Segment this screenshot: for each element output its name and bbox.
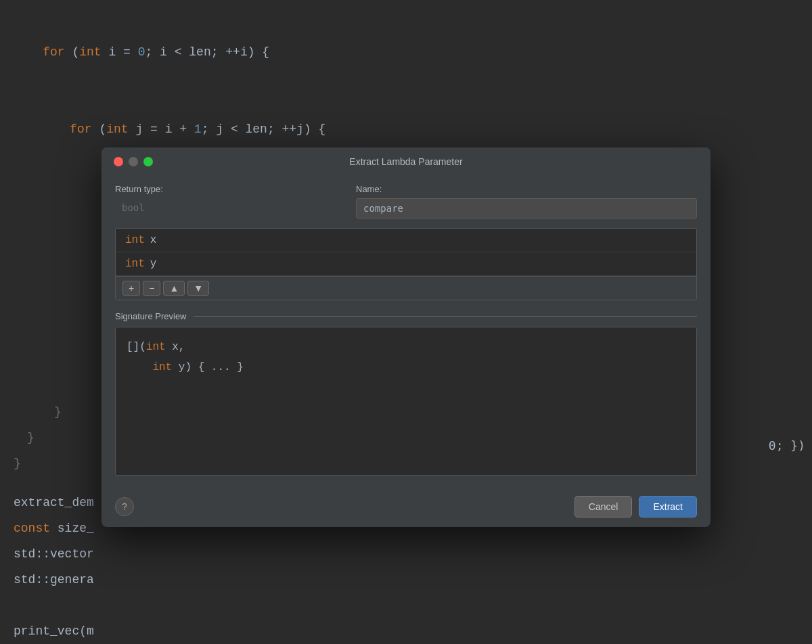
remove-param-button[interactable]: − — [143, 281, 160, 296]
return-type-placeholder: bool — [115, 198, 342, 217]
name-input[interactable] — [356, 198, 697, 218]
return-type-label: Return type: — [115, 184, 342, 194]
params-toolbar: + − ▲ ▼ — [116, 276, 696, 300]
close-button[interactable] — [114, 157, 123, 166]
maximize-button[interactable] — [143, 157, 153, 166]
minimize-button[interactable] — [129, 157, 138, 166]
signature-divider — [194, 316, 698, 317]
signature-header: Signature Preview — [115, 311, 697, 321]
parameters-table: int x int y + − ▲ ▼ — [115, 228, 697, 300]
name-label: Name: — [356, 184, 697, 194]
extract-button[interactable]: Extract — [639, 496, 697, 518]
param-x-name: x — [150, 234, 157, 246]
signature-label: Signature Preview — [115, 311, 187, 321]
param-row-x[interactable]: int x — [116, 229, 696, 252]
dialog-title: Extract Lambda Parameter — [349, 156, 462, 167]
sig-line-1: [](int x, — [127, 337, 685, 357]
name-group: Name: — [356, 184, 697, 218]
modal-overlay: Extract Lambda Parameter Return type: bo… — [0, 0, 812, 644]
move-up-button[interactable]: ▲ — [163, 281, 185, 296]
dialog-footer: ? Cancel Extract — [102, 486, 710, 527]
action-buttons: Cancel Extract — [574, 496, 697, 518]
cancel-button[interactable]: Cancel — [574, 496, 633, 518]
param-y-type: int — [125, 258, 145, 270]
param-y-name: y — [150, 258, 157, 270]
signature-preview: [](int x, int y) { ... } — [115, 327, 697, 476]
return-type-group: Return type: bool — [115, 184, 342, 217]
dialog-titlebar: Extract Lambda Parameter — [102, 147, 710, 173]
move-down-button[interactable]: ▼ — [187, 281, 209, 296]
param-x-type: int — [125, 234, 145, 246]
extract-lambda-dialog: Extract Lambda Parameter Return type: bo… — [102, 147, 710, 527]
help-button[interactable]: ? — [115, 497, 134, 516]
traffic-lights — [114, 157, 153, 166]
param-row-y[interactable]: int y — [116, 252, 696, 276]
dialog-content: Return type: bool Name: int x int y — [102, 173, 710, 486]
add-param-button[interactable]: + — [122, 281, 140, 296]
form-row: Return type: bool Name: — [115, 184, 697, 218]
sig-line-2: int y) { ... } — [127, 357, 685, 377]
signature-section: Signature Preview [](int x, int y) { ...… — [115, 311, 697, 476]
